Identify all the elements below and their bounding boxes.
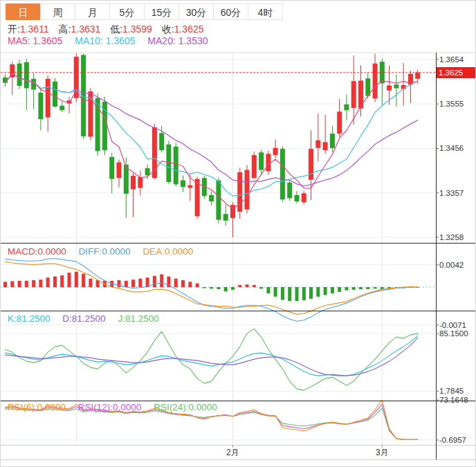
candle-body — [109, 157, 114, 179]
candle-body — [302, 193, 306, 202]
period-tabbar: 日周月5分15分30分60分4时 — [6, 3, 283, 20]
macd-bar — [281, 287, 284, 300]
candle-body — [245, 170, 250, 210]
j-value: J:81.2500 — [118, 313, 158, 324]
ma5-value: MA5: 1.3605 — [8, 35, 62, 46]
diff-line — [6, 259, 418, 322]
candle-body — [145, 168, 150, 175]
candle-body — [131, 176, 136, 190]
candle-body — [287, 183, 292, 199]
macd-bar — [118, 280, 121, 287]
chart-app: 日周月5分15分30分60分4时 开:1.3611 高:1.3631 低:1.3… — [0, 0, 476, 467]
tab-15min[interactable]: 15分 — [144, 3, 179, 20]
candle-body — [209, 195, 214, 201]
ma-readout: MA5: 1.3605 MA10: 1.3605 MA20: 1.3530 — [8, 35, 218, 46]
macd-bar — [338, 287, 341, 292]
candle-body — [46, 79, 51, 118]
macd-bar — [60, 275, 64, 287]
candle-body — [60, 106, 64, 111]
tab-day[interactable]: 日 — [6, 3, 41, 20]
macd-bar — [138, 279, 142, 287]
diff-value: DIFF:0.0000 — [79, 246, 131, 257]
tab-week[interactable]: 周 — [40, 3, 75, 20]
macd-bar — [75, 272, 78, 287]
macd-bar — [196, 284, 199, 287]
macd-bar — [10, 282, 14, 288]
macd-bar — [359, 287, 363, 289]
macd-bar — [266, 287, 270, 293]
rsi24-value: RSI(24):0.0000 — [154, 402, 217, 412]
macd-bar — [331, 287, 334, 293]
macd-bar — [231, 287, 235, 290]
candle-body — [166, 145, 171, 183]
candle-body — [415, 73, 420, 79]
macd-readout: MACD:0.0000 DIFF:0.0000 DEA:0.0000 — [8, 246, 203, 257]
y-axis-label: 1.3654 — [439, 55, 464, 64]
close-value: 1.3625 — [174, 24, 204, 35]
macd-bar — [274, 287, 277, 297]
macd-bar — [302, 287, 306, 300]
candle-body — [280, 149, 285, 199]
tab-60min[interactable]: 60分 — [213, 3, 248, 20]
candle-body — [315, 140, 320, 148]
macd-bar — [224, 287, 228, 291]
y-axis-label: -0.6957 — [439, 435, 466, 445]
candle-body — [181, 181, 185, 187]
candle-body — [295, 195, 300, 201]
candle-body — [17, 64, 22, 86]
macd-bar — [259, 287, 263, 289]
low-label: 低: — [110, 24, 122, 35]
macd-bar — [374, 287, 377, 289]
macd-bar — [146, 277, 149, 287]
chart-canvas[interactable] — [1, 1, 476, 467]
rsi6-value: RSI(6):0.0000 — [8, 402, 66, 412]
candle-body — [53, 82, 57, 107]
high-label: 高: — [59, 24, 71, 35]
k-value: K:81.2500 — [8, 313, 51, 324]
macd-bar — [210, 287, 213, 289]
k-line — [6, 336, 418, 376]
candle-body — [174, 147, 178, 185]
candle-body — [223, 214, 228, 221]
macd-bar — [18, 281, 21, 287]
rsi24-line — [6, 408, 418, 440]
high-value: 1.3631 — [71, 24, 100, 35]
candle-body — [344, 104, 349, 110]
macd-bar — [125, 281, 128, 287]
candle-body — [337, 111, 342, 134]
x-axis-label: 2月 — [226, 448, 239, 457]
macd-bar — [352, 287, 356, 290]
open-value: 1.3611 — [20, 24, 49, 35]
rsi12-value: RSI(12):0.0000 — [78, 402, 142, 412]
y-axis-label: 1.3555 — [439, 99, 464, 109]
macd-bar — [309, 287, 313, 299]
macd-bar — [246, 284, 249, 287]
macd-bar — [3, 282, 7, 287]
candle-body — [351, 81, 356, 108]
macd-bar — [174, 279, 178, 287]
macd-bar — [53, 277, 57, 287]
candle-body — [323, 142, 328, 150]
tab-5min[interactable]: 5分 — [109, 3, 145, 20]
low-value: 1.3599 — [122, 24, 152, 35]
tab-30min[interactable]: 30分 — [178, 3, 214, 20]
tab-4hour[interactable]: 4时 — [248, 3, 283, 20]
tab-month[interactable]: 月 — [75, 3, 110, 20]
x-axis-label: 3月 — [376, 448, 389, 457]
macd-bar — [89, 279, 92, 287]
candle-body — [330, 134, 335, 148]
kdj-readout: K:81.2500 D:81.2500 J:81.2500 — [8, 313, 169, 324]
candle-body — [252, 155, 257, 178]
rsi-readout: RSI(6):0.0000 RSI(12):0.0000 RSI(24):0.0… — [8, 402, 227, 412]
current-price-tag: 1.3625 — [437, 67, 476, 78]
candle-body — [38, 93, 43, 119]
macd-bar — [316, 287, 320, 297]
candle-body — [117, 163, 122, 178]
macd-bar — [217, 287, 220, 289]
y-axis-label: 73.1648 — [439, 395, 468, 405]
candle-body — [387, 86, 392, 91]
macd-bar — [253, 285, 256, 287]
y-axis-label: 85.1500 — [439, 329, 468, 338]
macd-bar — [288, 287, 291, 301]
macd-bar — [25, 281, 28, 287]
